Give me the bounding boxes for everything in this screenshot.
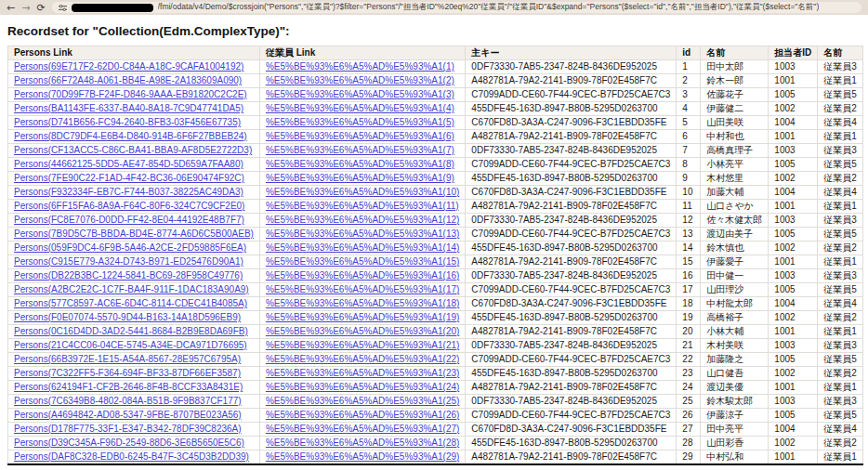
employee-record-link[interactable]: %E5%BE%93%E6%A5%AD%E5%93%A1(3) xyxy=(266,89,454,99)
employee-record-link[interactable]: %E5%BE%93%E6%A5%AD%E5%93%A1(22) xyxy=(266,354,459,364)
persons-record-link[interactable]: Persons(A2BC2E2C-1C7F-BA4F-911F-1DAC183A… xyxy=(14,284,249,294)
table-row: Persons(66B3972E-1E15-A54A-8567-28E957C6… xyxy=(8,353,863,367)
forward-icon[interactable]: → xyxy=(21,3,30,13)
primary-key-cell: 0DF73330-7AB5-2347-824B-8436DE952025 xyxy=(466,144,677,158)
persons-record-link[interactable]: Persons(DB22B3BC-1224-5841-BC69-28F958C4… xyxy=(14,270,243,281)
employee-record-link[interactable]: %E5%BE%93%E6%A5%AD%E5%93%A1(25) xyxy=(266,396,459,406)
persons-record-link[interactable]: Persons(6FF15FA6-8A9A-F64C-80F6-324C7C9C… xyxy=(14,201,244,211)
employee-record-link[interactable]: %E5%BE%93%E6%A5%AD%E5%93%A1(23) xyxy=(266,368,459,378)
employee-record-link[interactable]: %E5%BE%93%E6%A5%AD%E5%93%A1(19) xyxy=(266,312,459,322)
table-row: Persons(FC8E7076-D0DD-FF42-8E04-44192E48… xyxy=(8,214,863,228)
employee-record-link[interactable]: %E5%BE%93%E6%A5%AD%E5%93%A1(29) xyxy=(266,451,459,462)
persons-record-link[interactable]: Persons(059F9DC4-6F9B-5A46-A2CE-2FD59885… xyxy=(14,242,246,253)
manager-id-cell: 1002 xyxy=(769,172,818,186)
persons-record-link[interactable]: Persons(D178F775-33F1-E347-B342-78DF39C8… xyxy=(14,424,242,434)
url-text: /fmi/odata/v4/Demo/$crossjoin("Persons",… xyxy=(158,2,820,13)
persons-record-link[interactable]: Persons(D741B656-FC94-2640-BFB3-03F456E6… xyxy=(14,117,241,127)
id-cell: 27 xyxy=(677,423,701,437)
id-cell: 19 xyxy=(677,311,701,325)
employee-record-link[interactable]: %E5%BE%93%E6%A5%AD%E5%93%A1(28) xyxy=(266,437,459,448)
address-bar[interactable]: /fmi/odata/v4/Demo/$crossjoin("Persons",… xyxy=(52,2,861,13)
id-cell: 29 xyxy=(677,450,701,465)
persons-record-link[interactable]: Persons(66F72A48-A061-BB4E-A98E-2A183609… xyxy=(14,75,242,85)
employee-record-link[interactable]: %E5%BE%93%E6%A5%AD%E5%93%A1(20) xyxy=(266,326,459,336)
primary-key-cell: 0DF73330-7AB5-2347-824B-8436DE952025 xyxy=(466,339,677,353)
primary-key-cell: A482781A-79A2-2141-B909-78F02E458F7C xyxy=(466,74,677,88)
name-cell: 佐々木健太郎 xyxy=(701,214,769,228)
employee-record-link[interactable]: %E5%BE%93%E6%A5%AD%E5%93%A1(12) xyxy=(266,215,459,225)
employee-record-link[interactable]: %E5%BE%93%E6%A5%AD%E5%93%A1(7) xyxy=(266,145,454,155)
persons-record-link[interactable]: Persons(A4694842-AD08-5347-9FBE-8707BE02… xyxy=(14,410,242,420)
table-row: Persons(7C6349B8-4802-084A-B51B-9F9B837C… xyxy=(8,395,863,409)
persons-record-link[interactable]: Persons(624194F1-CF2B-2646-8F4B-8CCF33A8… xyxy=(14,382,243,392)
reload-icon[interactable]: ⟳ xyxy=(36,3,45,13)
id-cell: 24 xyxy=(677,381,701,395)
persons-record-link[interactable]: Persons(7C322FF5-F364-694F-BF33-87DF66EF… xyxy=(14,368,241,378)
persons-record-link[interactable]: Persons(BA1143FE-6337-BA40-8A18-7C9D4774… xyxy=(14,103,243,113)
id-cell: 18 xyxy=(677,297,701,311)
persons-record-link[interactable]: Persons(0C16D4DD-3AD2-5441-8684-B2B9E8DA… xyxy=(14,326,248,336)
employee-record-link[interactable]: %E5%BE%93%E6%A5%AD%E5%93%A1(9) xyxy=(266,173,454,183)
employee-record-link[interactable]: %E5%BE%93%E6%A5%AD%E5%93%A1(5) xyxy=(266,117,454,127)
employee-record-link[interactable]: %E5%BE%93%E6%A5%AD%E5%93%A1(1) xyxy=(266,61,454,72)
employee-record-link[interactable]: %E5%BE%93%E6%A5%AD%E5%93%A1(15) xyxy=(266,256,459,267)
primary-key-cell: 0DF73330-7AB5-2347-824B-8436DE952025 xyxy=(466,395,677,409)
manager-id-cell: 1005 xyxy=(769,158,818,172)
employee-record-link[interactable]: %E5%BE%93%E6%A5%AD%E5%93%A1(24) xyxy=(266,382,459,392)
persons-record-link[interactable]: Persons(7FE90C22-F1AD-4F42-BC36-06E90474… xyxy=(14,173,244,183)
employee-record-link[interactable]: %E5%BE%93%E6%A5%AD%E5%93%A1(26) xyxy=(266,410,459,420)
persons-record-link[interactable]: Persons(70D99F7B-F24F-D846-9AAA-EB91820C… xyxy=(14,89,247,99)
manager-id-cell: 1001 xyxy=(769,381,818,395)
table-row: Persons(44662125-5DD5-AE47-854D-5D659A7F… xyxy=(8,158,863,172)
employee-record-link[interactable]: %E5%BE%93%E6%A5%AD%E5%93%A1(27) xyxy=(266,424,459,434)
name-cell: 山田理沙 xyxy=(701,283,769,297)
table-row: Persons(F932334F-EB7C-F744-B037-38225AC4… xyxy=(8,186,863,200)
id-cell: 10 xyxy=(677,186,701,200)
manager-id-cell: 1001 xyxy=(769,74,818,88)
persons-record-link[interactable]: Persons(C915E779-A324-D743-B971-ED25476D… xyxy=(14,256,243,267)
employee-record-link[interactable]: %E5%BE%93%E6%A5%AD%E5%93%A1(10) xyxy=(266,187,459,197)
name-cell: 田中亮平 xyxy=(701,423,769,437)
employee-record-link[interactable]: %E5%BE%93%E6%A5%AD%E5%93%A1(21) xyxy=(266,340,459,350)
header-persons-link: Persons Link xyxy=(8,46,260,60)
employee-record-link[interactable]: %E5%BE%93%E6%A5%AD%E5%93%A1(4) xyxy=(266,103,454,113)
employee-name-cell: 従業員4 xyxy=(818,116,863,130)
persons-record-link[interactable]: Persons(21C4CC06-04CE-5745-A34E-DCA971D7… xyxy=(14,340,247,350)
id-cell: 26 xyxy=(677,409,701,423)
persons-record-link[interactable]: Persons(69E717F2-62D0-C84A-A18C-9CAFA100… xyxy=(14,61,243,72)
back-icon[interactable]: ← xyxy=(7,3,15,13)
employee-record-link[interactable]: %E5%BE%93%E6%A5%AD%E5%93%A1(6) xyxy=(266,131,454,141)
name-cell: 加藤大輔 xyxy=(701,186,769,200)
persons-record-link[interactable]: Persons(66B3972E-1E15-A54A-8567-28E957C6… xyxy=(14,354,241,364)
persons-record-link[interactable]: Persons(DAF8C328-EDB0-6245-B47F-3C45D3B2… xyxy=(14,451,249,462)
employee-name-cell: 従業員3 xyxy=(818,339,863,353)
employee-record-link[interactable]: %E5%BE%93%E6%A5%AD%E5%93%A1(8) xyxy=(266,159,454,169)
employee-record-link[interactable]: %E5%BE%93%E6%A5%AD%E5%93%A1(16) xyxy=(266,270,459,281)
employee-record-link[interactable]: %E5%BE%93%E6%A5%AD%E5%93%A1(17) xyxy=(266,284,459,294)
employee-record-link[interactable]: %E5%BE%93%E6%A5%AD%E5%93%A1(2) xyxy=(266,75,454,85)
persons-record-link[interactable]: Persons(CF13ACC5-C86C-BA41-BBA9-AF8D5E27… xyxy=(14,145,252,155)
persons-record-link[interactable]: Persons(7B9D5C7B-BBDA-BD4E-8774-A6D6C5B0… xyxy=(14,228,254,239)
persons-record-link[interactable]: Persons(F0E07074-5570-9D44-B163-14A18D59… xyxy=(14,312,241,322)
employee-record-link[interactable]: %E5%BE%93%E6%A5%AD%E5%93%A1(13) xyxy=(266,228,459,239)
persons-record-link[interactable]: Persons(FC8E7076-D0DD-FF42-8E04-44192E48… xyxy=(14,215,244,225)
name-cell: 木村美咲 xyxy=(701,339,769,353)
name-cell: 渡辺美優 xyxy=(701,381,769,395)
manager-id-cell: 1003 xyxy=(769,395,818,409)
persons-record-link[interactable]: Persons(577C8597-AC6E-6D4C-8114-CDEC41B4… xyxy=(14,298,247,308)
id-cell: 25 xyxy=(677,395,701,409)
employee-record-link[interactable]: %E5%BE%93%E6%A5%AD%E5%93%A1(14) xyxy=(266,242,459,253)
persons-record-link[interactable]: Persons(7C6349B8-4802-084A-B51B-9F9B837C… xyxy=(14,396,242,406)
employee-record-link[interactable]: %E5%BE%93%E6%A5%AD%E5%93%A1(18) xyxy=(266,298,459,308)
id-cell: 2 xyxy=(677,74,701,88)
primary-key-cell: A482781A-79A2-2141-B909-78F02E458F7C xyxy=(466,255,677,269)
primary-key-cell: 455DFE45-163D-8947-B80B-5295D0263700 xyxy=(466,242,677,255)
manager-id-cell: 1005 xyxy=(769,409,818,423)
employee-record-link[interactable]: %E5%BE%93%E6%A5%AD%E5%93%A1(11) xyxy=(266,201,459,211)
persons-record-link[interactable]: Persons(44662125-5DD5-AE47-854D-5D659A7F… xyxy=(14,159,243,169)
persons-record-link[interactable]: Persons(D39C345A-F96D-2549-88D6-3E6B5650… xyxy=(14,437,244,448)
persons-record-link[interactable]: Persons(F932334F-EB7C-F744-B037-38225AC4… xyxy=(14,187,243,197)
name-cell: 中村和也 xyxy=(701,130,769,144)
redacted-hostname xyxy=(72,4,153,12)
persons-record-link[interactable]: Persons(8DC79DF4-E6B4-D840-914B-6F6F27BB… xyxy=(14,131,247,141)
